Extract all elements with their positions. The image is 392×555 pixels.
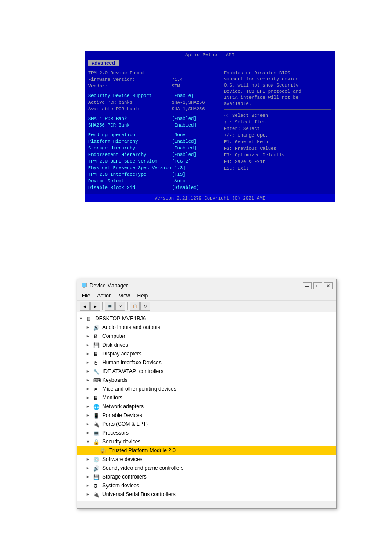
tree-system[interactable]: ► ⚙ System devices [77,481,336,490]
bios-row-device-select: Device Select [Auto] [88,178,220,184]
device-manager-title: Device Manager [81,283,128,289]
svg-rect-1 [82,283,86,287]
device-manager-statusbar [77,501,336,508]
ports-icon: 🔌 [93,421,101,428]
tree-arrow-processors: ► [86,429,93,437]
minimize-button[interactable]: — [303,282,312,289]
bios-row-sha256: SHA256 PCR Bank [Enabled] [88,122,220,128]
usb-icon: 🔌 [93,491,101,498]
keyboard-icon: ⌨ [93,377,101,384]
tree-monitors-label: Monitors [102,394,122,402]
tree-usb[interactable]: ► 🔌 Universal Serial Bus controllers [77,490,336,499]
bios-key-help: ↔: Select Screen ↑↓: Select Item Enter: … [224,112,331,172]
bios-title: Aptio Setup - AMI [85,51,335,59]
tree-arrow-software: ► [86,455,93,463]
tree-storage[interactable]: ► 💾 Storage controllers [77,472,336,481]
system-icon: ⚙ [93,482,101,489]
tree-ports[interactable]: ► 🔌 Ports (COM & LPT) [77,420,336,428]
tree-network-label: Network adapters [102,403,144,410]
computer-sm-icon: 🖥 [93,333,101,340]
sound-icon: 🔊 [93,464,101,472]
tree-sound[interactable]: ► 🔊 Sound, video and game controllers [77,464,336,472]
toolbar-device-manager-button[interactable]: 💻 [105,302,115,311]
tree-arrow-sound: ► [86,464,93,472]
bios-body: TPM 2.0 Device Found Firmware Version: 7… [85,67,335,194]
bios-row-vendor: Vendor: STM [88,83,220,89]
bios-row-platform: Platform Hierarchy [Enabled] [88,138,220,145]
tree-portable-label: Portable Devices [102,411,142,419]
tree-arrow-portable: ► [86,411,93,419]
tree-hid-label: Human Interface Devices [102,359,162,366]
toolbar-help-button[interactable]: ? [115,302,125,311]
tree-network[interactable]: ► 🌐 Network adapters [77,402,336,411]
bottom-rule [26,534,366,534]
toolbar-properties-button[interactable]: 📋 [130,302,140,311]
tree-hid[interactable]: ► 🖱 Human Interface Devices [77,358,336,367]
bios-left-panel: TPM 2.0 Device Found Firmware Version: 7… [88,70,220,191]
tree-arrow-audio: ► [86,323,93,331]
tree-security-label: Security devices [102,438,140,446]
maximize-button[interactable]: □ [313,282,322,289]
bios-row-firmware: Firmware Version: 71.4 [88,76,220,83]
tree-software-label: Software devices [102,455,142,463]
bios-row-uefi-spec: TPM 2.0 UEFI Spec Version [TCG_2] [88,158,220,164]
menu-file[interactable]: File [81,292,91,299]
tree-root[interactable]: ▼ 🖥 DESKTOP-MVR1BJ6 [77,314,336,323]
processor-icon: 💻 [93,429,101,436]
bios-row-tpm-header: TPM 2.0 Device Found [88,70,220,76]
tree-audio[interactable]: ► 🔊 Audio inputs and outputs [77,323,336,332]
monitor-icon: 🖥 [93,394,101,401]
menu-action[interactable]: Action [96,292,112,299]
security-icon: 🔒 [93,438,101,445]
tree-arrow-hid: ► [86,359,93,366]
tree-storage-label: Storage controllers [102,473,147,481]
tree-security-devices[interactable]: ▼ 🔒 Security devices [77,437,336,446]
toolbar-forward-button[interactable]: ► [90,302,100,311]
toolbar-update-button[interactable]: ↻ [140,302,150,311]
tree-collapse-root: ▼ [79,315,86,323]
tree-arrow-mice: ► [86,385,93,393]
mouse-icon: 🖱 [93,385,101,392]
tree-arrow-disk: ► [86,341,93,349]
tree-sound-label: Sound, video and game controllers [102,464,183,472]
ide-icon: 🔧 [93,368,101,375]
tree-ide[interactable]: ► 🔧 IDE ATA/ATAPI controllers [77,367,336,376]
tree-keyboards-label: Keyboards [102,376,127,384]
tree-software[interactable]: ► 💿 Software devices [77,455,336,464]
tree-arrow-keyboards: ► [86,376,93,384]
tree-display-label: Display adapters [102,350,141,358]
bios-row-storage: Storage Hierarchy [Enabled] [88,145,220,151]
bios-advanced-tab[interactable]: Advanced [88,60,119,66]
menu-help[interactable]: Help [137,292,149,299]
tree-monitors[interactable]: ► 🖥 Monitors [77,393,336,402]
tree-arrow-ports: ► [86,420,93,428]
tree-display[interactable]: ► 🖥 Display adapters [77,349,336,358]
tree-arrow-usb: ► [86,490,93,498]
close-button[interactable]: ✕ [324,282,333,289]
tree-arrow-display: ► [86,350,93,358]
bios-row-security-device: Security Device Support [Enable] [88,93,220,99]
toolbar-back-button[interactable]: ◄ [80,302,90,311]
tree-disk[interactable]: ► 💾 Disk drives [77,341,336,349]
tree-ports-label: Ports (COM & LPT) [102,420,148,428]
svg-rect-3 [82,288,86,288]
device-manager-toolbar: ◄ ► 💻 ? 📋 ↻ [77,301,336,312]
tree-mice[interactable]: ► 🖱 Mice and other pointing devices [77,385,336,393]
tree-keyboards[interactable]: ► ⌨ Keyboards [77,376,336,385]
software-icon: 💿 [93,456,101,463]
toolbar-separator-1 [102,302,103,310]
tree-tpm[interactable]: 🔐 Trusted Platform Module 2.0 [77,446,336,455]
bios-row-active-pcr: Active PCR banks SHA-1,SHA256 [88,99,220,105]
device-manager-titlebar: Device Manager — □ ✕ [77,279,336,291]
bios-row-physical-presence: Physical Presence Spec Version [1.3] [88,165,220,171]
device-manager-tree: ▼ 🖥 DESKTOP-MVR1BJ6 ► 🔊 Audio inputs and… [77,312,336,501]
menu-view[interactable]: View [118,292,131,299]
tree-processors-label: Processors [102,429,129,437]
tree-computer-label: Computer [102,332,126,340]
tree-arrow-system: ► [86,482,93,490]
tree-computer[interactable]: ► 🖥 Computer [77,332,336,341]
tree-processors[interactable]: ► 💻 Processors [77,428,336,437]
bios-row-sha1: SHA-1 PCR Bank [Enabled] [88,116,220,122]
portable-icon: 📱 [93,412,101,419]
tree-portable[interactable]: ► 📱 Portable Devices [77,411,336,420]
